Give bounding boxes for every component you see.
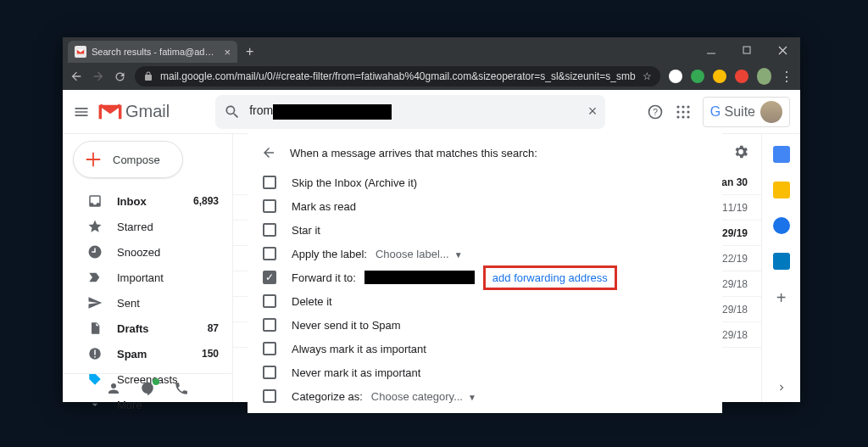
account-avatar[interactable] (760, 101, 782, 123)
search-box[interactable]: from × (215, 95, 605, 129)
checkbox[interactable] (263, 223, 276, 237)
add-app-button[interactable]: + (776, 288, 787, 308)
apps-grid-icon[interactable] (676, 104, 691, 120)
extension-ext1[interactable] (669, 70, 682, 83)
compose-plus-icon (84, 150, 103, 169)
maximize-button[interactable] (729, 37, 765, 63)
main-panel: Jan 3012/11/1910/29/195/22/1911/29/1811/… (232, 134, 761, 402)
sidebar-item-inbox[interactable]: Inbox6,893 (70, 188, 232, 214)
rail-chevron-icon[interactable] (776, 382, 787, 394)
extension-ext4[interactable] (735, 70, 748, 83)
sidebar-item-snoozed[interactable]: Snoozed (70, 239, 232, 265)
gmail-favicon (75, 46, 86, 58)
sidebar-item-starred[interactable]: Starred (70, 214, 232, 239)
filter-option[interactable]: Delete it (261, 289, 709, 313)
svg-point-9 (676, 110, 679, 113)
nav-count: 150 (202, 348, 219, 360)
svg-point-10 (682, 110, 684, 113)
filter-option[interactable]: Mark as read (261, 194, 709, 218)
titlebar: Search results - fatima@addictiv × + (63, 37, 800, 63)
filter-option[interactable]: Apply the label: Choose label...▼ (261, 242, 709, 265)
extension-ext3[interactable] (713, 70, 726, 83)
checkbox[interactable] (263, 247, 276, 260)
close-window-button[interactable] (765, 37, 800, 63)
hangouts-icon[interactable] (140, 381, 155, 396)
compose-button[interactable]: Compose (73, 141, 183, 178)
checkbox[interactable] (263, 199, 276, 213)
filter-label: Always mark it as important (292, 343, 426, 355)
hamburger-icon[interactable] (73, 103, 90, 120)
filter-dropdown[interactable]: Choose category...▼ (371, 390, 476, 403)
filter-label: Mark as read (292, 200, 356, 213)
svg-rect-1 (743, 47, 750, 53)
filter-option[interactable]: Always mark it as important (261, 337, 709, 360)
search-icon (224, 103, 241, 120)
checkbox[interactable] (263, 294, 276, 308)
svg-point-6 (676, 105, 679, 108)
gmail-m-icon (98, 103, 122, 121)
address-bar[interactable]: mail.google.com/mail/u/0/#create-filter/… (135, 66, 660, 87)
filter-label: Delete it (292, 295, 332, 308)
filter-label: Never send it to Spam (292, 319, 401, 332)
profile-avatar[interactable] (757, 68, 771, 85)
svg-point-14 (687, 115, 689, 118)
svg-rect-17 (94, 356, 96, 358)
person-icon[interactable] (106, 381, 121, 396)
checkbox[interactable] (263, 366, 276, 379)
back-button[interactable] (70, 70, 83, 83)
extension-ext2[interactable] (691, 70, 704, 83)
svg-point-11 (687, 110, 689, 113)
filter-option[interactable]: Star it (261, 218, 709, 242)
filter-back-icon[interactable] (261, 145, 276, 160)
rail-app-keep[interactable] (773, 182, 790, 198)
checkbox[interactable] (263, 176, 276, 189)
forward-button[interactable] (92, 70, 105, 83)
header-right: ? G Suite (647, 97, 790, 127)
rail-app-calendar[interactable] (773, 146, 790, 163)
spam-icon (86, 346, 103, 361)
rail-app-trello[interactable] (773, 253, 790, 270)
checkbox[interactable] (263, 389, 276, 403)
sidebar-item-sent[interactable]: Sent (70, 290, 232, 316)
nav-label: Spam (117, 348, 202, 360)
gmail-logo[interactable]: Gmail (98, 102, 170, 121)
browser-tab[interactable]: Search results - fatima@addictiv × (68, 41, 237, 63)
checkbox[interactable] (263, 318, 276, 332)
filter-dropdown[interactable]: Choose label...▼ (376, 248, 463, 260)
help-icon[interactable]: ? (647, 103, 664, 120)
gear-icon[interactable] (732, 143, 749, 160)
reload-button[interactable] (114, 70, 126, 83)
checkbox[interactable] (263, 342, 276, 355)
nav-label: Drafts (117, 322, 208, 335)
filter-label: Star it (292, 224, 320, 237)
nav-label: Snoozed (117, 246, 219, 259)
clock-icon (86, 244, 103, 260)
minimize-button[interactable] (693, 37, 729, 63)
nav-label: Sent (117, 297, 219, 310)
sidebar-item-important[interactable]: Important (70, 265, 232, 290)
gsuite-badge[interactable]: G Suite (703, 97, 790, 127)
filter-option[interactable]: Skip the Inbox (Archive it) (261, 170, 709, 194)
filter-option[interactable]: Never mark it as important (261, 360, 709, 384)
add-forwarding-link[interactable]: add forwarding address (492, 271, 608, 284)
new-tab-button[interactable]: + (246, 44, 253, 59)
filter-option[interactable]: Forward it to: add forwarding address (261, 265, 709, 289)
phone-icon[interactable] (174, 381, 189, 396)
inbox-icon (86, 193, 103, 209)
draft-icon (86, 321, 103, 336)
browser-menu-icon[interactable]: ⋮ (780, 69, 793, 85)
checkbox[interactable] (263, 271, 276, 284)
close-tab-icon[interactable]: × (224, 46, 231, 59)
gmail-header: Gmail from × ? G Suite (63, 90, 800, 134)
clear-search-icon[interactable]: × (588, 103, 598, 120)
sidebar-item-spam[interactable]: Spam150 (70, 341, 232, 366)
filter-option[interactable]: Never send it to Spam (261, 313, 709, 337)
star-icon (86, 219, 103, 234)
bookmark-star-icon[interactable]: ☆ (643, 70, 652, 82)
sidebar-item-drafts[interactable]: Drafts87 (70, 316, 232, 341)
filter-label: Never mark it as important (292, 366, 420, 379)
filter-option[interactable]: Categorize as: Choose category...▼ (261, 384, 709, 408)
nav-label: Inbox (117, 195, 193, 208)
rail-app-tasks[interactable] (773, 217, 790, 234)
filter-panel: When a message arrives that matches this… (248, 133, 722, 413)
